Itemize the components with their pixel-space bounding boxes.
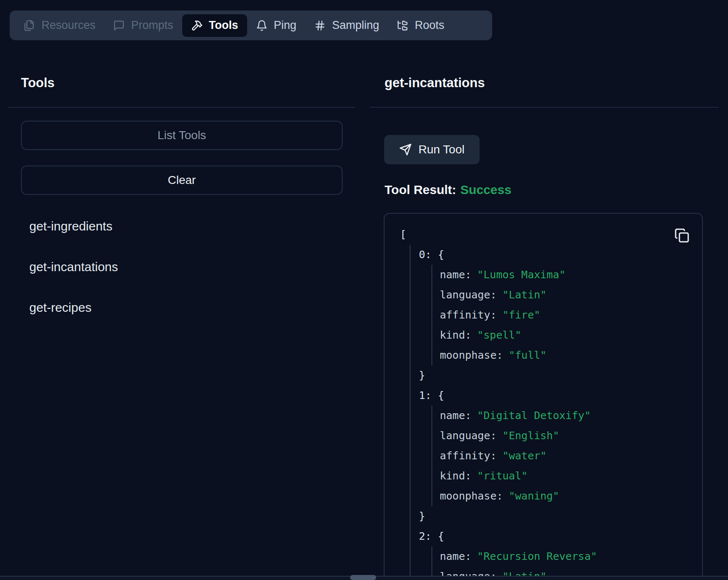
hash-icon xyxy=(314,20,326,31)
clear-button[interactable]: Clear xyxy=(21,166,343,195)
json-line: } xyxy=(419,506,702,526)
json-indent-level-2: name:"Lumos Maxima" language:"Latin" aff… xyxy=(431,265,702,365)
horizontal-scrollbar-thumb[interactable] xyxy=(350,575,376,580)
tool-list-item[interactable]: get-incantations xyxy=(29,260,118,274)
copy-button[interactable] xyxy=(674,228,689,243)
json-indent-level-2: name:"Recursion Reversa" language:"Latin… xyxy=(431,546,702,580)
json-line: language:"English" xyxy=(440,426,702,446)
tool-list-item[interactable]: get-ingredients xyxy=(29,219,112,233)
run-tool-button[interactable]: Run Tool xyxy=(384,135,480,164)
json-line: 0: { xyxy=(419,245,702,265)
json-line: 2: { xyxy=(419,526,702,546)
tools-panel-divider xyxy=(8,107,355,108)
tab-ping[interactable]: Ping xyxy=(247,14,305,37)
tool-result-label: Tool Result: xyxy=(385,183,456,197)
json-line: [ xyxy=(400,225,702,245)
tools-panel-title: Tools xyxy=(21,75,54,91)
json-line: 1: { xyxy=(419,386,702,406)
json-line: moonphase:"full" xyxy=(440,345,702,365)
files-icon xyxy=(23,20,35,31)
copy-icon xyxy=(674,228,689,243)
json-line: affinity:"fire" xyxy=(440,305,702,325)
json-indent-level-1: 0: { name:"Lumos Maxima" language:"Latin… xyxy=(410,245,702,580)
message-square-icon xyxy=(113,20,125,31)
json-indent-level-2: name:"Digital Detoxify" language:"Englis… xyxy=(431,406,702,506)
tab-label: Prompts xyxy=(131,19,173,32)
json-line: affinity:"water" xyxy=(440,446,702,466)
top-tab-bar: Resources Prompts Tools Ping Sampling Ro… xyxy=(10,10,492,40)
json-line: } xyxy=(419,365,702,386)
list-tools-button[interactable]: List Tools xyxy=(21,121,343,150)
hammer-icon xyxy=(191,20,203,31)
tab-sampling[interactable]: Sampling xyxy=(305,14,388,37)
detail-panel-divider xyxy=(370,107,719,108)
selected-tool-title: get-incantations xyxy=(385,75,485,91)
folder-tree-icon xyxy=(397,20,408,31)
json-line: name:"Lumos Maxima" xyxy=(440,265,702,285)
tab-resources[interactable]: Resources xyxy=(15,14,104,37)
tab-roots[interactable]: Roots xyxy=(388,14,453,37)
bell-icon xyxy=(256,20,268,31)
tab-label: Ping xyxy=(274,19,297,32)
tab-label: Roots xyxy=(415,19,444,32)
tab-label: Tools xyxy=(209,19,238,32)
tool-result-line: Tool Result:Success xyxy=(385,183,511,197)
json-line: name:"Digital Detoxify" xyxy=(440,406,702,426)
tool-result-status: Success xyxy=(460,183,511,197)
json-line: name:"Recursion Reversa" xyxy=(440,546,702,567)
tab-tools[interactable]: Tools xyxy=(182,14,247,37)
tool-list-item[interactable]: get-recipes xyxy=(29,300,91,315)
tab-label: Sampling xyxy=(332,19,379,32)
json-result-viewer: [ 0: { name:"Lumos Maxima" language:"Lat… xyxy=(384,213,703,580)
send-icon xyxy=(399,143,412,156)
json-line: kind:"ritual" xyxy=(440,466,702,486)
run-tool-label: Run Tool xyxy=(418,143,465,156)
json-line: moonphase:"waning" xyxy=(440,486,702,506)
json-line: language:"Latin" xyxy=(440,285,702,305)
json-line: kind:"spell" xyxy=(440,325,702,345)
tab-label: Resources xyxy=(41,19,96,32)
json-code: [ 0: { name:"Lumos Maxima" language:"Lat… xyxy=(385,214,702,580)
tab-prompts[interactable]: Prompts xyxy=(104,14,182,37)
